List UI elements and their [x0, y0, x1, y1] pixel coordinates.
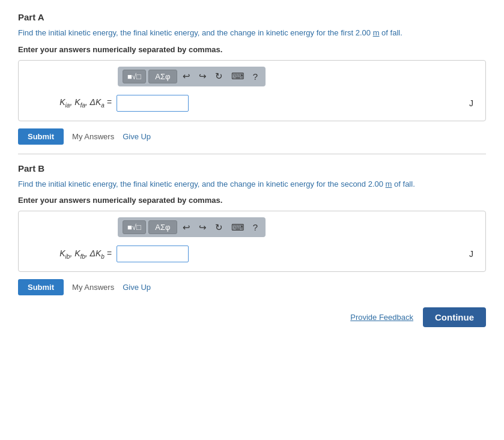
- part-b-title: Part B: [18, 163, 486, 173]
- part-a-undo-btn[interactable]: ↩: [180, 70, 193, 83]
- provide-feedback-link[interactable]: Provide Feedback: [350, 313, 413, 322]
- part-a-unit: J: [469, 98, 476, 108]
- part-b-give-up-link[interactable]: Give Up: [123, 283, 151, 292]
- divider-ab: [18, 154, 486, 154]
- part-b-symbol-btn[interactable]: ΑΣφ: [148, 220, 177, 234]
- part-b-description: Find the initial kinetic energy, the fin…: [18, 178, 486, 190]
- part-a-section: Part A Find the initial kinetic energy, …: [18, 12, 486, 145]
- part-b-actions: Submit My Answers Give Up: [18, 279, 486, 295]
- part-b-submit-button[interactable]: Submit: [18, 279, 64, 295]
- part-a-title: Part A: [18, 12, 486, 22]
- part-a-give-up-link[interactable]: Give Up: [123, 132, 151, 141]
- part-a-answer-box: ■√□ ΑΣφ ↩ ↪ ↻ ⌨ ? Kia, Kfa, ΔKa = J: [18, 60, 486, 121]
- part-b-answer-box: ■√□ ΑΣφ ↩ ↪ ↻ ⌨ ? Kib, Kfb, ΔKb = J: [18, 211, 486, 272]
- part-a-help-btn[interactable]: ?: [250, 70, 261, 83]
- part-b-redo-btn[interactable]: ↪: [196, 221, 210, 234]
- part-a-input-row: Kia, Kfa, ΔKa = J: [28, 95, 476, 112]
- part-b-input[interactable]: [117, 246, 189, 262]
- part-b-sqrt-btn[interactable]: ■√□: [123, 220, 146, 234]
- part-a-input[interactable]: [117, 95, 189, 112]
- part-b-instruction: Enter your answers numerically separated…: [18, 196, 486, 205]
- part-a-symbol-btn[interactable]: ΑΣφ: [148, 70, 177, 83]
- part-b-input-row: Kib, Kfb, ΔKb = J: [28, 246, 476, 262]
- part-b-keyboard-btn[interactable]: ⌨: [228, 221, 247, 234]
- part-b-unit: J: [469, 249, 476, 259]
- part-b-label: Kib, Kfb, ΔKb =: [28, 249, 112, 260]
- part-a-toolbar: ■√□ ΑΣφ ↩ ↪ ↻ ⌨ ?: [118, 67, 266, 86]
- part-a-description: Find the initial kinetic energy, the fin…: [18, 27, 486, 39]
- part-a-submit-button[interactable]: Submit: [18, 128, 64, 145]
- part-b-toolbar: ■√□ ΑΣφ ↩ ↪ ↻ ⌨ ?: [118, 217, 266, 237]
- part-b-section: Part B Find the initial kinetic energy, …: [18, 163, 486, 296]
- part-b-undo-btn[interactable]: ↩: [180, 221, 193, 234]
- part-b-my-answers-link[interactable]: My Answers: [72, 283, 114, 292]
- page-container: Part A Find the initial kinetic energy, …: [0, 0, 504, 339]
- part-a-my-answers-link[interactable]: My Answers: [72, 132, 114, 141]
- part-a-label: Kia, Kfa, ΔKa =: [28, 97, 112, 109]
- bottom-actions: Provide Feedback Continue: [18, 307, 486, 327]
- continue-button[interactable]: Continue: [423, 307, 486, 327]
- part-a-keyboard-btn[interactable]: ⌨: [228, 70, 247, 83]
- part-a-sqrt-btn[interactable]: ■√□: [123, 70, 146, 83]
- part-b-help-btn[interactable]: ?: [250, 221, 261, 234]
- part-a-refresh-btn[interactable]: ↻: [212, 70, 226, 83]
- part-a-actions: Submit My Answers Give Up: [18, 128, 486, 145]
- part-b-refresh-btn[interactable]: ↻: [212, 221, 226, 234]
- part-a-redo-btn[interactable]: ↪: [196, 70, 210, 83]
- part-a-instruction: Enter your answers numerically separated…: [18, 45, 486, 54]
